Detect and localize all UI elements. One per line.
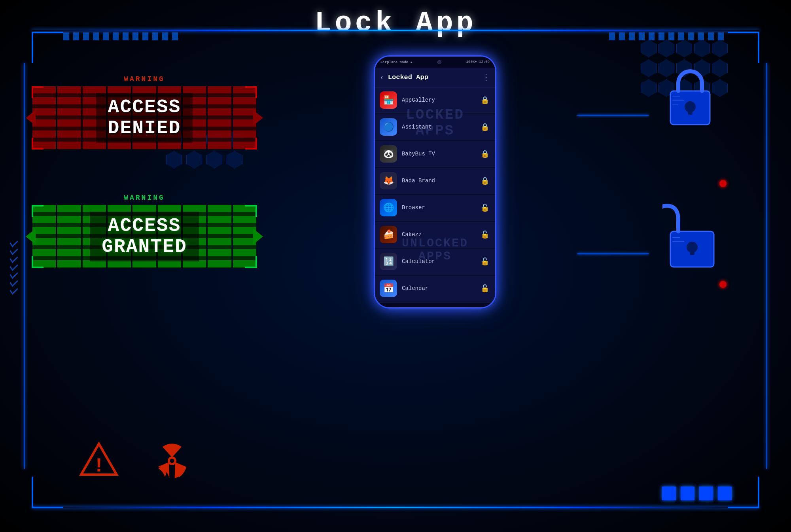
access-denied-panel: WARNING ACCESS DENIED: [32, 75, 257, 162]
status-center: [413, 60, 466, 64]
warning-triangle-icon: !: [79, 442, 119, 477]
bracket-denied-tl: [32, 86, 44, 98]
access-granted-warning-label: WARNING: [32, 194, 257, 202]
app-item-appgallery[interactable]: 🏪 AppGallery 🔒: [375, 87, 495, 113]
camera-dot: [437, 60, 441, 64]
bracket-granted-tr: [245, 205, 257, 217]
corner-br: [728, 477, 759, 508]
chevron-6: [9, 277, 18, 286]
stripe-8: [208, 86, 231, 150]
status-right: 100%+ 12:09: [466, 60, 490, 64]
tech-border-top: [32, 30, 759, 31]
nav-home-button[interactable]: ○: [433, 307, 437, 309]
app-icon-calendar: 📅: [380, 280, 397, 297]
app-item-cakezz[interactable]: 🍰 Cakezz 🔓: [375, 222, 495, 248]
hex-1: [641, 40, 657, 57]
ind-square-1: [662, 487, 676, 500]
access-denied-warning-label: WARNING: [32, 75, 257, 83]
app-item-browser[interactable]: 🌐 Browser 🔓: [375, 195, 495, 221]
lock-status-babybus[interactable]: 🔒: [479, 148, 490, 159]
nav-bar: ◁ ○ □: [375, 303, 495, 309]
battery-time-text: 100%+ 12:09: [466, 60, 490, 64]
svg-rect-13: [690, 247, 694, 255]
diamond-denied-left: [26, 110, 36, 126]
svg-text:!: !: [93, 455, 105, 477]
nav-back-button[interactable]: ◁: [398, 307, 403, 309]
ind-square-2: [681, 487, 694, 500]
app-icon-calculator: 🔢: [380, 253, 397, 270]
chevron-4: [9, 261, 18, 271]
page-title: Lock App: [314, 7, 477, 40]
access-granted-text: ACCESS GRANTED: [90, 212, 199, 261]
app-item-calendar[interactable]: 📅 Calendar 🔓: [375, 276, 495, 301]
menu-button[interactable]: ⋮: [482, 72, 490, 82]
bracket-denied-bl: [32, 138, 44, 150]
lock-status-browser[interactable]: 🔓: [479, 202, 490, 213]
app-icon-appgallery: 🏪: [380, 91, 397, 109]
corner-tl: [32, 32, 63, 63]
status-bar: Airplane mode ✈ 100%+ 12:09: [375, 57, 495, 68]
app-item-babybus[interactable]: 🐼 BabyBus TV 🔒: [375, 141, 495, 167]
app-item-bada[interactable]: 🦊 Bada Brand 🔒: [375, 168, 495, 194]
app-name-assistant: Assistant: [402, 124, 479, 130]
svg-point-4: [170, 459, 174, 463]
hex-2: [659, 40, 674, 57]
app-item-assistant[interactable]: 🔵 Assistant 🔒: [375, 114, 495, 140]
lock-status-cakezz[interactable]: 🔓: [479, 229, 490, 240]
svg-rect-7: [688, 107, 693, 115]
indicator-squares: [662, 487, 732, 500]
left-vert-line: [24, 63, 25, 469]
app-header-title: Locked App: [388, 74, 478, 81]
access-denied-box: ACCESS DENIED: [32, 86, 257, 150]
airplane-mode-text: Airplane mode ✈: [380, 60, 413, 64]
chevron-5: [9, 269, 18, 278]
diamond-granted-right: [253, 229, 263, 244]
ind-square-3: [699, 487, 713, 500]
chevrons-left: [10, 240, 18, 292]
corner-bl: [32, 477, 63, 508]
lock-status-calendar[interactable]: 🔓: [479, 283, 490, 294]
hex-6: [641, 59, 657, 77]
app-name-cakezz: Cakezz: [402, 231, 479, 238]
hex-4: [694, 40, 710, 57]
nav-recent-button[interactable]: □: [468, 307, 472, 309]
app-item-calculator[interactable]: 🔢 Calculator 🔓: [375, 249, 495, 275]
stripe-g2: [57, 205, 81, 268]
diamond-denied-right: [253, 110, 263, 126]
app-header: ‹ Locked App ⋮: [375, 68, 495, 87]
diag-strip-top-right: [609, 32, 728, 40]
app-name-appgallery: AppGallery: [402, 97, 479, 103]
lock-status-assistant[interactable]: 🔒: [479, 121, 490, 133]
access-granted-box: ACCESS GRANTED: [32, 205, 257, 268]
app-icon-cakezz: 🍰: [380, 226, 397, 243]
lock-status-bada[interactable]: 🔒: [479, 175, 490, 186]
bracket-granted-br: [245, 256, 257, 268]
status-left: Airplane mode ✈: [380, 60, 413, 64]
radiation-icon: [150, 439, 194, 483]
chevron-2: [9, 245, 18, 255]
access-denied-text: ACCESS DENIED: [96, 93, 193, 143]
lock-status-calculator[interactable]: 🔓: [479, 256, 490, 267]
app-icon-assistant: 🔵: [380, 118, 397, 136]
red-dot-2: [719, 281, 727, 288]
app-icon-browser: 🌐: [380, 199, 397, 216]
app-name-babybus: BabyBus TV: [402, 151, 479, 157]
lock-status-appgallery[interactable]: 🔒: [479, 95, 490, 106]
bracket-denied-tr: [245, 86, 257, 98]
red-dot-1: [719, 180, 727, 187]
hex-5: [712, 40, 728, 57]
chevron-3: [9, 253, 18, 263]
bracket-granted-bl: [32, 256, 44, 268]
right-vert-line: [766, 63, 767, 469]
corner-tr: [728, 32, 759, 63]
diag-strip-top-left: [63, 32, 182, 40]
app-list: LOCKEDAPPS UNLOCKEDAPPS 🏪 AppGallery 🔒 🔵…: [375, 87, 495, 303]
lock-line-horizontal-1: [577, 115, 649, 116]
app-name-calculator: Calculator: [402, 258, 479, 265]
back-button[interactable]: ‹: [380, 74, 384, 81]
app-icon-babybus: 🐼: [380, 145, 397, 163]
lock-locked-icon: [664, 65, 716, 129]
stripe-g8: [208, 205, 231, 268]
diamond-granted-left: [26, 229, 36, 244]
hex-11: [641, 79, 657, 97]
